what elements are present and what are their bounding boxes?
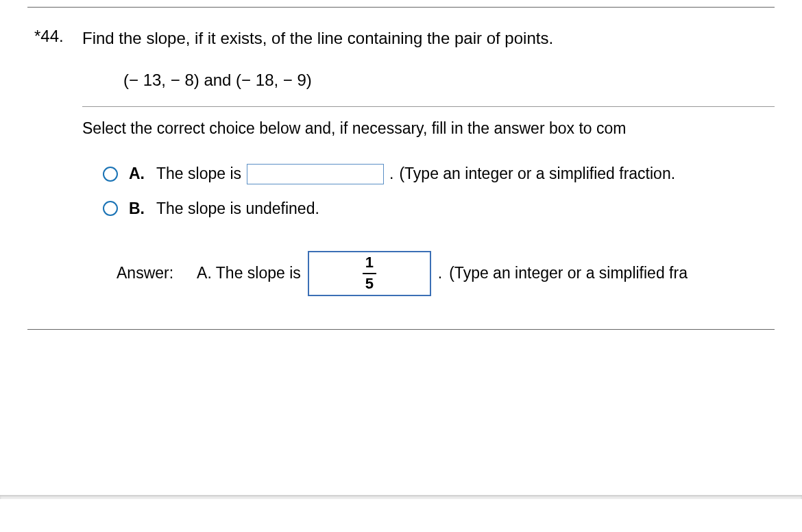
question-number: *44. [34,27,82,46]
answer-hint: (Type an integer or a simplified fra [449,264,688,282]
radio-a[interactable] [103,167,118,182]
choice-b-row: B. The slope is undefined. [103,200,802,218]
choice-a-row: A. The slope is . (Type an integer or a … [103,164,802,184]
choices-group: A. The slope is . (Type an integer or a … [103,164,802,218]
instruction-text: Select the correct choice below and, if … [82,119,802,138]
question-block: *44. Find the slope, if it exists, of th… [0,8,802,90]
choice-a-hint: (Type an integer or a simplified fractio… [399,165,675,183]
question-container: *44. Find the slope, if it exists, of th… [0,7,802,330]
answer-value-box: 1 5 [308,251,431,296]
answer-letter-text: A. The slope is [197,264,301,282]
choice-a-text-before: The slope is [156,165,241,183]
choice-a-label: A. [129,165,147,183]
question-prompt: Find the slope, if it exists, of the lin… [82,27,553,50]
answer-denominator: 5 [363,276,376,292]
choice-a-content: The slope is . (Type an integer or a sim… [156,164,675,184]
choice-a-input[interactable] [247,164,384,184]
answer-section: Answer: A. The slope is 1 5 . (Type an i… [117,251,802,296]
choice-b-text: The slope is undefined. [156,200,319,218]
choice-a-period: . [389,165,393,183]
bottom-divider [27,329,775,330]
choice-b-label: B. [129,200,147,218]
answer-numerator: 1 [363,254,376,271]
page-edge-shadow [0,495,802,499]
answer-period: . [438,264,442,282]
fraction-bar [363,273,376,274]
radio-b[interactable] [103,201,118,216]
sub-divider [82,106,775,107]
answer-fraction: 1 5 [363,254,376,291]
question-points: (− 13, − 8) and (− 18, − 9) [123,71,775,90]
answer-label: Answer: [117,264,173,282]
question-header: *44. Find the slope, if it exists, of th… [34,27,775,50]
